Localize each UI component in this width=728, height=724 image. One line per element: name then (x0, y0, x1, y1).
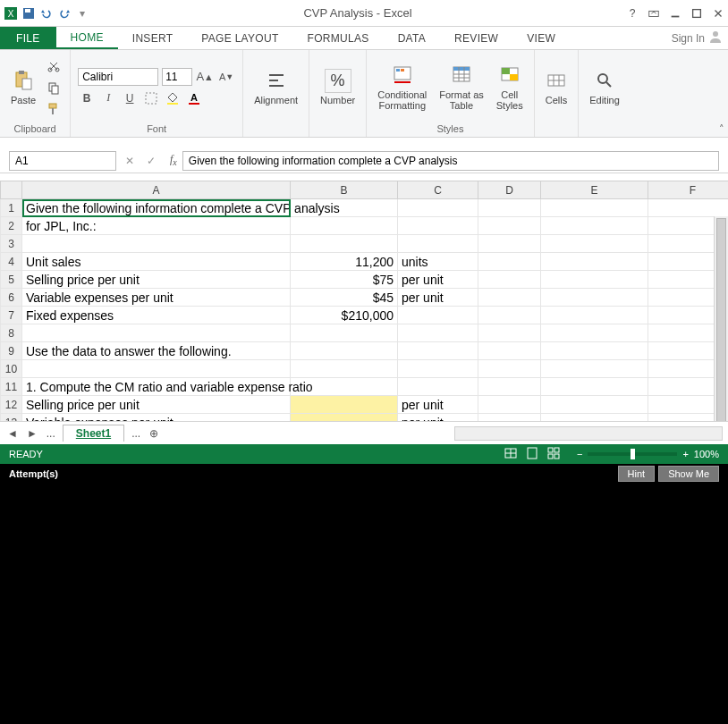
cell[interactable] (398, 360, 478, 378)
borders-icon[interactable] (142, 89, 160, 107)
show-me-button[interactable]: Show Me (658, 466, 719, 482)
page-break-view-icon[interactable] (546, 446, 561, 462)
column-header[interactable]: A (22, 181, 291, 199)
cell[interactable]: $210,000 (291, 307, 398, 324)
cell[interactable] (478, 199, 541, 217)
cell[interactable]: Unit sales (22, 253, 291, 271)
formula-bar[interactable]: Given the following information complete… (182, 151, 719, 171)
spreadsheet-grid[interactable]: ABCDEF 1Given the following information … (0, 181, 728, 421)
cell[interactable]: per unit (398, 396, 478, 414)
cell[interactable]: units (398, 253, 478, 271)
row-header[interactable]: 11 (1, 378, 22, 396)
row-header[interactable]: 7 (1, 307, 22, 324)
copy-icon[interactable] (45, 79, 63, 97)
undo-icon[interactable] (39, 6, 54, 21)
cell[interactable]: Selling price per unit (22, 396, 291, 414)
cell[interactable] (22, 235, 291, 253)
column-header[interactable]: B (291, 181, 398, 199)
cell[interactable] (541, 324, 648, 342)
cell[interactable]: Fixed expenses (22, 307, 291, 324)
cell[interactable] (541, 378, 648, 396)
cell[interactable] (478, 307, 541, 324)
cell[interactable]: per unit (398, 271, 478, 289)
cell[interactable]: 11,200 (291, 253, 398, 271)
cell[interactable] (478, 324, 541, 342)
row-header[interactable]: 5 (1, 271, 22, 289)
cell[interactable] (398, 378, 478, 396)
tab-insert[interactable]: INSERT (118, 27, 188, 49)
cell[interactable]: Variable expenses per unit (22, 289, 291, 307)
maximize-icon[interactable] (690, 7, 703, 20)
cell[interactable]: 1. Compute the CM ratio and variable exp… (22, 378, 291, 396)
italic-button[interactable]: I (99, 89, 117, 107)
cell[interactable] (541, 235, 648, 253)
fill-color-icon[interactable] (164, 89, 182, 107)
cell[interactable] (541, 396, 648, 414)
number-button[interactable]: % Number (317, 67, 359, 107)
cell[interactable] (478, 396, 541, 414)
cell[interactable]: Use the data to answer the following. (22, 342, 291, 360)
cells-button[interactable]: Cells (542, 68, 571, 107)
enter-formula-icon[interactable]: ✓ (141, 155, 161, 167)
cell[interactable] (541, 199, 648, 217)
cell[interactable] (398, 342, 478, 360)
paste-button[interactable]: Paste (7, 68, 39, 107)
sheet-nav-dots[interactable]: ... (45, 427, 57, 440)
ribbon-options-icon[interactable] (648, 7, 660, 20)
save-icon[interactable] (21, 6, 36, 21)
font-size-input[interactable] (162, 68, 192, 86)
format-as-table-button[interactable]: Format as Table (436, 63, 487, 113)
minimize-icon[interactable] (669, 7, 681, 20)
zoom-out-icon[interactable]: − (577, 449, 582, 459)
cell[interactable] (398, 324, 478, 342)
column-header[interactable]: D (478, 181, 541, 199)
row-header[interactable]: 8 (1, 324, 22, 342)
tab-review[interactable]: REVIEW (440, 27, 512, 49)
row-header[interactable]: 13 (1, 414, 22, 422)
close-icon[interactable] (712, 7, 724, 20)
tab-data[interactable]: DATA (384, 27, 440, 49)
zoom-slider[interactable] (588, 452, 677, 456)
cell[interactable] (398, 217, 478, 235)
font-color-icon[interactable]: A (185, 89, 203, 107)
cell[interactable] (398, 199, 478, 217)
cell[interactable] (478, 271, 541, 289)
collapse-ribbon-icon[interactable]: ˄ (719, 123, 724, 135)
normal-view-icon[interactable] (504, 446, 518, 462)
cell[interactable]: $45 (291, 289, 398, 307)
alignment-button[interactable]: Alignment (250, 68, 301, 107)
cell[interactable] (398, 307, 478, 324)
grow-font-icon[interactable]: A▲ (196, 68, 214, 86)
cell[interactable] (478, 342, 541, 360)
select-all-corner[interactable] (1, 181, 22, 199)
tab-file[interactable]: FILE (0, 27, 56, 49)
shrink-font-icon[interactable]: A▼ (217, 68, 235, 86)
cut-icon[interactable] (45, 57, 63, 75)
cell[interactable] (291, 360, 398, 378)
conditional-formatting-button[interactable]: Conditional Formatting (374, 63, 430, 113)
sheet-nav-next-icon[interactable]: ► (25, 427, 39, 440)
row-header[interactable]: 3 (1, 235, 22, 253)
zoom-control[interactable]: − + 100% (577, 449, 719, 459)
cell[interactable]: for JPL, Inc.: (22, 217, 291, 235)
cell[interactable] (478, 253, 541, 271)
vertical-scrollbar[interactable] (714, 216, 728, 421)
cell[interactable] (291, 342, 398, 360)
cell[interactable] (22, 324, 291, 342)
cell[interactable]: per unit (398, 289, 478, 307)
fx-icon[interactable]: fx (165, 153, 182, 167)
new-sheet-icon[interactable]: ⊕ (148, 427, 160, 440)
cell[interactable] (541, 289, 648, 307)
column-header[interactable]: C (398, 181, 478, 199)
name-box[interactable] (9, 151, 116, 171)
cell[interactable]: $75 (291, 271, 398, 289)
cell[interactable] (22, 360, 291, 378)
cell[interactable] (541, 342, 648, 360)
page-layout-view-icon[interactable] (525, 446, 539, 462)
cell-styles-button[interactable]: Cell Styles (493, 63, 527, 113)
cell[interactable] (291, 217, 398, 235)
row-header[interactable]: 6 (1, 289, 22, 307)
tab-view[interactable]: VIEW (512, 27, 570, 49)
row-header[interactable]: 1 (1, 199, 22, 217)
cell[interactable] (541, 360, 648, 378)
